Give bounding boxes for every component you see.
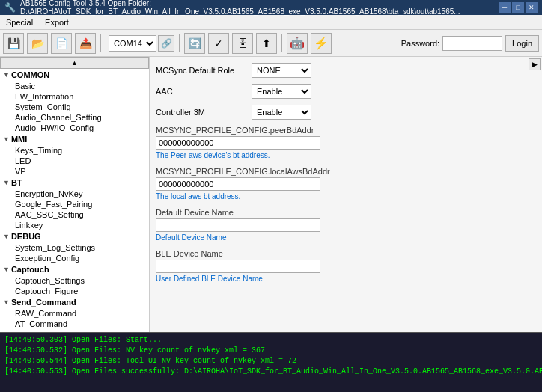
- sidebar-category-mmi-label: MMI: [11, 135, 27, 144]
- sidebar: ▲ ▼ COMMON Basic FW_Information System_C…: [0, 57, 150, 332]
- aac-select[interactable]: Enable Disable: [252, 84, 311, 99]
- sidebar-category-send-command-label: Send_Command: [11, 298, 76, 307]
- sidebar-item-at-command[interactable]: AT_Command: [0, 319, 149, 329]
- aac-label: AAC: [156, 87, 246, 96]
- sidebar-category-captouch-label: Captouch: [11, 265, 49, 274]
- triangle-debug: ▼: [3, 233, 10, 240]
- upload-button[interactable]: ⬆: [256, 33, 277, 54]
- sidebar-category-mmi[interactable]: ▼ MMI: [0, 133, 149, 145]
- sidebar-item-encryption[interactable]: Encryption_NvKey: [0, 189, 149, 199]
- content-area: ▶ MCSync Default Role NONE MASTER SLAVE …: [150, 57, 542, 332]
- device-name-hint: Default Device Name: [156, 233, 536, 242]
- sidebar-item-keys-timing[interactable]: Keys_Timing: [0, 145, 149, 156]
- sidebar-item-google-fast[interactable]: Google_Fast_Pairing: [0, 199, 149, 209]
- separator-3: [281, 34, 282, 52]
- new-button[interactable]: 📄: [51, 33, 72, 54]
- sidebar-category-sound-level-label: Sound_Level: [11, 331, 62, 332]
- sidebar-category-captouch[interactable]: ▼ Captouch: [0, 263, 149, 275]
- password-section: Password: Login: [401, 35, 539, 52]
- sidebar-scroll-up[interactable]: ▲: [0, 57, 149, 69]
- log-line-3: [14:40:50.553] Open Files successfully: …: [4, 367, 538, 377]
- ble-device-name-hint: User Defined BLE Device Name: [156, 275, 536, 283]
- controller-3m-select[interactable]: Enable Disable: [252, 105, 311, 120]
- sidebar-item-audio-hw[interactable]: Audio_HW/IO_Config: [0, 123, 149, 133]
- ble-device-name-section: BLE Device Name User Defined BLE Device …: [156, 249, 536, 283]
- menu-special[interactable]: Special: [3, 17, 36, 28]
- ble-device-name-section-label: BLE Device Name: [156, 249, 536, 258]
- sidebar-item-linkkey[interactable]: Linkkey: [0, 220, 149, 230]
- separator-1: [100, 34, 101, 52]
- database-button[interactable]: 🗄: [232, 33, 253, 54]
- content-scroll-btn[interactable]: ▶: [529, 58, 541, 70]
- triangle-sound-level: ▼: [3, 331, 10, 332]
- sidebar-category-send-command[interactable]: ▼ Send_Command: [0, 296, 149, 308]
- triangle-captouch: ▼: [3, 266, 10, 273]
- log-line-2: [14:40:50.544] Open Files: Tool UI NV ke…: [4, 356, 538, 367]
- sidebar-item-fw-info[interactable]: FW_Information: [0, 91, 149, 102]
- open-button[interactable]: 📂: [27, 33, 48, 54]
- local-addr-section-label: MCSYNC_PROFILE_CONFIG.localAwsBdAddr: [156, 167, 536, 176]
- sidebar-item-led[interactable]: LED: [0, 156, 149, 166]
- login-button[interactable]: Login: [505, 35, 539, 52]
- triangle-mmi: ▼: [3, 135, 10, 143]
- save-button[interactable]: 💾: [3, 33, 24, 54]
- sidebar-category-sound-level[interactable]: ▼ Sound_Level: [0, 329, 149, 332]
- controller-3m-row: Controller 3M Enable Disable: [156, 105, 536, 120]
- minimize-button[interactable]: ─: [499, 2, 511, 13]
- menu-export[interactable]: Export: [42, 17, 72, 28]
- sidebar-category-common-label: COMMON: [11, 70, 49, 79]
- sidebar-item-syslog[interactable]: System_Log_Settings: [0, 242, 149, 253]
- local-addr-section: MCSYNC_PROFILE_CONFIG.localAwsBdAddr The…: [156, 167, 536, 200]
- toolbar: 💾 📂 📄 📤 COM14 🔗 🔄 ✓ 🗄 ⬆ 🤖 ⚡ Password: Lo…: [0, 30, 542, 57]
- title-bar-title: AB1565 Config Tool-3.5.4 Open Folder: D:…: [20, 0, 499, 16]
- sidebar-category-common[interactable]: ▼ COMMON: [0, 69, 149, 81]
- title-bar-left: 🔧 AB1565 Config Tool-3.5.4 Open Folder: …: [4, 0, 499, 16]
- sidebar-item-raw-command[interactable]: RAW_Command: [0, 308, 149, 319]
- log-area: [14:40:50.303] Open Files: Start... [14:…: [0, 332, 542, 392]
- connect-button[interactable]: 🔗: [158, 35, 174, 52]
- android-button[interactable]: 🤖: [287, 33, 308, 54]
- sidebar-item-captouch-settings[interactable]: Captouch_Settings: [0, 275, 149, 286]
- ble-device-name-input[interactable]: [156, 260, 320, 273]
- check-button[interactable]: ✓: [208, 33, 229, 54]
- sidebar-category-bt[interactable]: ▼ BT: [0, 177, 149, 189]
- sidebar-item-captouch-figure[interactable]: Captouch_Figure: [0, 286, 149, 296]
- sidebar-item-basic[interactable]: Basic: [0, 81, 149, 91]
- mcsync-role-row: MCSync Default Role NONE MASTER SLAVE: [156, 63, 536, 78]
- sidebar-item-aac-sbc[interactable]: AAC_SBC_Setting: [0, 209, 149, 220]
- mcsync-role-select[interactable]: NONE MASTER SLAVE: [252, 63, 311, 78]
- bluetooth-button[interactable]: ⚡: [311, 33, 332, 54]
- local-addr-input[interactable]: [156, 177, 320, 191]
- sidebar-item-exception[interactable]: Exception_Config: [0, 253, 149, 263]
- maximize-button[interactable]: □: [512, 2, 524, 13]
- title-bar: 🔧 AB1565 Config Tool-3.5.4 Open Folder: …: [0, 0, 542, 15]
- title-bar-controls: ─ □ ✕: [499, 2, 538, 13]
- log-line-1: [14:40:50.532] Open Files: NV key count …: [4, 346, 538, 356]
- peer-addr-section-label: MCSYNC_PROFILE_CONFIG.peerBdAddr: [156, 126, 536, 135]
- peer-addr-input[interactable]: [156, 136, 320, 150]
- password-input[interactable]: [442, 36, 502, 51]
- local-addr-hint: The local aws bt address.: [156, 192, 536, 200]
- controller-3m-label: Controller 3M: [156, 108, 246, 117]
- com-port-select[interactable]: COM14: [109, 35, 156, 52]
- sidebar-item-audio-channel[interactable]: Audio_Channel_Setting: [0, 112, 149, 123]
- device-name-section-label: Default Device Name: [156, 208, 536, 217]
- menu-bar: Special Export: [0, 15, 542, 30]
- triangle-bt: ▼: [3, 179, 10, 186]
- sidebar-category-debug-label: DEBUG: [11, 232, 41, 241]
- log-line-0: [14:40:50.303] Open Files: Start...: [4, 335, 538, 346]
- aac-row: AAC Enable Disable: [156, 84, 536, 99]
- refresh-button[interactable]: 🔄: [184, 33, 205, 54]
- app-icon: 🔧: [4, 2, 16, 13]
- triangle-common: ▼: [3, 71, 10, 79]
- sidebar-category-debug[interactable]: ▼ DEBUG: [0, 230, 149, 242]
- sidebar-item-vp[interactable]: VP: [0, 166, 149, 177]
- device-name-input[interactable]: [156, 218, 320, 232]
- peer-addr-hint: The Peer aws device's bt address.: [156, 151, 536, 159]
- separator-2: [179, 34, 180, 52]
- triangle-send-command: ▼: [3, 298, 10, 306]
- sidebar-item-system-config[interactable]: System_Config: [0, 102, 149, 112]
- export-button[interactable]: 📤: [75, 33, 96, 54]
- sidebar-category-bt-label: BT: [11, 178, 22, 187]
- close-button[interactable]: ✕: [526, 2, 538, 13]
